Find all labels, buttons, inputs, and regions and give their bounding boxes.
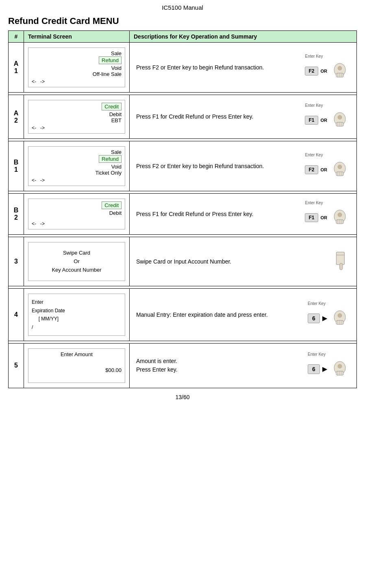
- f1-key-b2: F1: [305, 213, 318, 222]
- screen-A2: Credit Debit EBT <- ->: [24, 95, 130, 139]
- col-header-desc: Descriptions for Key Operation and Summa…: [130, 31, 357, 43]
- table-row: 5 Enter Amount $00.00 Amount is enter.Pr…: [9, 343, 357, 388]
- svg-point-5: [338, 66, 342, 70]
- page-title: IC5100 Manual: [8, 4, 357, 11]
- screen-B1: Sale Refund Void Ticket Only <- ->: [24, 141, 130, 191]
- screen-4: Enter Expiration Date [ MM/YY] /: [24, 289, 130, 341]
- desc-A2: Press F1 for Credit Refund or Press Ente…: [130, 95, 357, 139]
- screen-B2: Credit Debit <- ->: [24, 194, 130, 235]
- table-row: B2 Credit Debit <- -> Press F1 for Credi…: [9, 194, 357, 235]
- svg-point-11: [338, 115, 342, 119]
- svg-rect-26: [340, 263, 343, 270]
- col-header-num: #: [9, 31, 24, 43]
- enter-key-icon-b1: [330, 160, 350, 180]
- table-row: B1 Sale Refund Void Ticket Only <- -> Pr…: [9, 141, 357, 191]
- table-row: 3 Swipe CardOrKey Account Number Swipe C…: [9, 237, 357, 286]
- row-id-B2: B2: [9, 194, 24, 235]
- desc-3: Swipe Card or Input Account Number.: [130, 237, 357, 286]
- num6-key-5: 6: [308, 364, 320, 374]
- row-id-3: 3: [9, 237, 24, 286]
- svg-rect-24: [336, 252, 344, 265]
- f2-key-b1: F2: [305, 165, 318, 174]
- enter-key-icon: [330, 110, 350, 130]
- svg-point-32: [338, 313, 342, 318]
- enter-key-icon-b2: [330, 208, 350, 228]
- f1-key: F1: [305, 116, 318, 125]
- desc-B2: Press F1 for Credit Refund or Press Ente…: [130, 194, 357, 235]
- table-row: 4 Enter Expiration Date [ MM/YY] / Manua…: [9, 289, 357, 341]
- svg-point-38: [338, 364, 342, 368]
- svg-point-17: [338, 165, 342, 169]
- enter-key-icon: [330, 61, 350, 81]
- row-id-5: 5: [9, 343, 24, 388]
- enter-key-icon-4: [330, 308, 350, 329]
- screen-A1: Sale Refund Void Off-line Sale <- ->: [24, 43, 130, 93]
- table-row: A1 Sale Refund Void Off-line Sale <- -> …: [9, 43, 357, 93]
- main-table: # Terminal Screen Descriptions for Key O…: [8, 30, 357, 388]
- f2-key: F2: [305, 67, 318, 76]
- desc-A1: Press F2 or Enter key to begin Refund tr…: [130, 43, 357, 93]
- row-id-A1: A1: [9, 43, 24, 93]
- swipe-card-icon: [334, 251, 350, 272]
- row-id-4: 4: [9, 289, 24, 341]
- page-footer: 13/60: [8, 394, 357, 400]
- desc-5: Amount is enter.Press Enter key. Enter K…: [130, 343, 357, 388]
- col-header-screen: Terminal Screen: [24, 31, 130, 43]
- svg-point-23: [338, 213, 342, 217]
- screen-5: Enter Amount $00.00: [24, 343, 130, 388]
- table-row: A2 Credit Debit EBT <- -> Press F1 for C…: [9, 95, 357, 139]
- screen-3: Swipe CardOrKey Account Number: [24, 237, 130, 286]
- num6-key-4: 6: [308, 313, 320, 323]
- desc-B1: Press F2 or Enter key to begin Refund tr…: [130, 141, 357, 191]
- enter-key-icon-5: [330, 359, 350, 379]
- row-id-B1: B1: [9, 141, 24, 191]
- section-title: Refund Credit Card MENU: [8, 16, 357, 26]
- desc-4: Manual Entry: Enter expiration date and …: [130, 289, 357, 341]
- row-id-A2: A2: [9, 95, 24, 139]
